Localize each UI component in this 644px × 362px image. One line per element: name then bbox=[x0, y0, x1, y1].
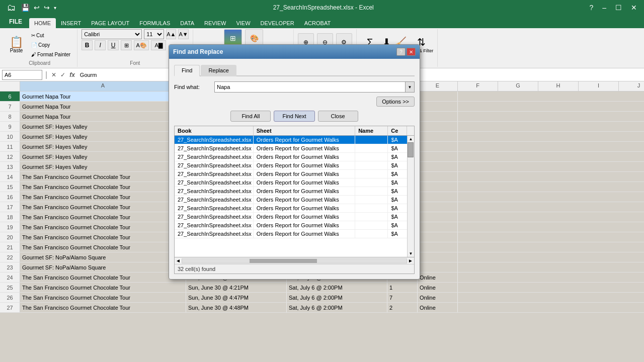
h-scroll-right-arrow[interactable]: ► bbox=[408, 258, 413, 263]
result-sheet: Orders Report for Gourmet Walks bbox=[254, 136, 355, 144]
result-cell: $A bbox=[388, 153, 407, 161]
results-horizontal-scrollbar[interactable]: ◄ ► bbox=[175, 257, 414, 264]
h-scroll-left-arrow[interactable]: ◄ bbox=[176, 258, 181, 263]
result-cell: $A bbox=[388, 204, 407, 212]
result-cell: $A bbox=[388, 187, 407, 195]
scroll-up-arrow[interactable]: ▲ bbox=[408, 136, 414, 142]
result-book: 27_SearchInSpreadsheet.xlsx bbox=[175, 136, 254, 144]
results-row[interactable]: 27_SearchInSpreadsheet.xlsxOrders Report… bbox=[175, 230, 407, 238]
h-scroll-track[interactable] bbox=[182, 258, 407, 263]
results-row[interactable]: 27_SearchInSpreadsheet.xlsxOrders Report… bbox=[175, 161, 407, 170]
result-name bbox=[355, 178, 388, 187]
result-book: 27_SearchInSpreadsheet.xlsx bbox=[175, 178, 254, 187]
results-header: Book Sheet Name Ce bbox=[175, 126, 414, 136]
results-count: 32 cell(s) found bbox=[178, 266, 215, 272]
h-scroll-thumb bbox=[250, 259, 317, 263]
result-name bbox=[355, 196, 388, 204]
results-body[interactable]: 27_SearchInSpreadsheet.xlsxOrders Report… bbox=[175, 136, 407, 257]
result-book: 27_SearchInSpreadsheet.xlsx bbox=[175, 170, 254, 178]
results-col-book[interactable]: Book bbox=[175, 126, 254, 135]
result-cell: $A bbox=[388, 136, 407, 144]
find-all-button[interactable]: Find All bbox=[230, 111, 271, 122]
results-col-cell[interactable]: Ce bbox=[388, 126, 407, 135]
results-wrapper: Book Sheet Name Ce 27_SearchInSpreadshee… bbox=[174, 126, 415, 274]
options-button[interactable]: Options >> bbox=[376, 97, 415, 107]
result-name bbox=[355, 170, 388, 178]
result-name bbox=[355, 230, 388, 238]
result-sheet: Orders Report for Gourmet Walks bbox=[254, 204, 355, 212]
results-status-bar: 32 cell(s) found bbox=[175, 264, 414, 274]
find-next-button[interactable]: Find Next bbox=[274, 111, 314, 122]
result-sheet: Orders Report for Gourmet Walks bbox=[254, 161, 355, 169]
dialog-title: Find and Replace bbox=[173, 48, 223, 55]
result-cell: $A bbox=[388, 213, 407, 221]
result-name bbox=[355, 144, 388, 152]
result-book: 27_SearchInSpreadsheet.xlsx bbox=[175, 187, 254, 195]
results-row[interactable]: 27_SearchInSpreadsheet.xlsxOrders Report… bbox=[175, 170, 407, 178]
dialog-overlay: Find and Replace ? ✕ Find Replace Find w… bbox=[0, 0, 644, 362]
result-sheet: Orders Report for Gourmet Walks bbox=[254, 144, 355, 152]
dialog-body: Find Replace Find what: ▼ Options >> Fin… bbox=[169, 59, 420, 279]
results-row[interactable]: 27_SearchInSpreadsheet.xlsxOrders Report… bbox=[175, 144, 407, 153]
result-cell: $A bbox=[388, 196, 407, 204]
result-sheet: Orders Report for Gourmet Walks bbox=[254, 170, 355, 178]
results-col-name[interactable]: Name bbox=[355, 126, 388, 135]
find-row: Find what: ▼ bbox=[174, 81, 415, 93]
dialog-tab-replace[interactable]: Replace bbox=[201, 65, 236, 76]
results-row[interactable]: 27_SearchInSpreadsheet.xlsxOrders Report… bbox=[175, 213, 407, 221]
results-row[interactable]: 27_SearchInSpreadsheet.xlsxOrders Report… bbox=[175, 187, 407, 196]
result-name bbox=[355, 161, 388, 169]
action-buttons: Find All Find Next Close bbox=[174, 111, 415, 122]
result-book: 27_SearchInSpreadsheet.xlsx bbox=[175, 213, 254, 221]
find-input-wrapper: ▼ bbox=[214, 81, 415, 93]
result-cell: $A bbox=[388, 221, 407, 229]
find-label: Find what: bbox=[174, 84, 214, 90]
result-book: 27_SearchInSpreadsheet.xlsx bbox=[175, 144, 254, 152]
result-book: 27_SearchInSpreadsheet.xlsx bbox=[175, 153, 254, 161]
result-book: 27_SearchInSpreadsheet.xlsx bbox=[175, 196, 254, 204]
options-row: Options >> bbox=[174, 97, 415, 107]
result-name bbox=[355, 153, 388, 161]
result-sheet: Orders Report for Gourmet Walks bbox=[254, 153, 355, 161]
results-row[interactable]: 27_SearchInSpreadsheet.xlsxOrders Report… bbox=[175, 153, 407, 161]
close-dialog-button[interactable]: Close bbox=[318, 111, 358, 122]
result-name bbox=[355, 221, 388, 229]
results-row[interactable]: 27_SearchInSpreadsheet.xlsxOrders Report… bbox=[175, 204, 407, 213]
result-cell: $A bbox=[388, 144, 407, 152]
result-sheet: Orders Report for Gourmet Walks bbox=[254, 178, 355, 187]
dialog-controls: ? ✕ bbox=[396, 48, 416, 56]
result-sheet: Orders Report for Gourmet Walks bbox=[254, 213, 355, 221]
find-dropdown-btn[interactable]: ▼ bbox=[405, 82, 414, 92]
result-name bbox=[355, 187, 388, 195]
dialog-close-btn[interactable]: ✕ bbox=[407, 48, 416, 56]
scroll-track[interactable] bbox=[408, 142, 415, 250]
find-input[interactable] bbox=[215, 82, 405, 92]
results-scrollbar[interactable]: ▲ ▼ bbox=[407, 136, 414, 257]
scroll-thumb[interactable] bbox=[408, 142, 414, 157]
result-sheet: Orders Report for Gourmet Walks bbox=[254, 221, 355, 229]
result-name bbox=[355, 136, 388, 144]
result-cell: $A bbox=[388, 170, 407, 178]
results-row[interactable]: 27_SearchInSpreadsheet.xlsxOrders Report… bbox=[175, 221, 407, 230]
scroll-down-arrow[interactable]: ▼ bbox=[408, 250, 414, 257]
result-cell: $A bbox=[388, 230, 407, 238]
results-main: 27_SearchInSpreadsheet.xlsxOrders Report… bbox=[175, 136, 414, 257]
result-sheet: Orders Report for Gourmet Walks bbox=[254, 230, 355, 238]
results-col-sheet[interactable]: Sheet bbox=[254, 126, 355, 135]
result-cell: $A bbox=[388, 178, 407, 187]
results-row[interactable]: 27_SearchInSpreadsheet.xlsxOrders Report… bbox=[175, 136, 407, 144]
result-book: 27_SearchInSpreadsheet.xlsx bbox=[175, 161, 254, 169]
result-sheet: Orders Report for Gourmet Walks bbox=[254, 187, 355, 195]
results-row[interactable]: 27_SearchInSpreadsheet.xlsxOrders Report… bbox=[175, 196, 407, 204]
dialog-tabs: Find Replace bbox=[174, 64, 415, 76]
dialog-tab-find[interactable]: Find bbox=[174, 65, 200, 76]
result-sheet: Orders Report for Gourmet Walks bbox=[254, 196, 355, 204]
results-row[interactable]: 27_SearchInSpreadsheet.xlsxOrders Report… bbox=[175, 178, 407, 187]
result-book: 27_SearchInSpreadsheet.xlsx bbox=[175, 230, 254, 238]
dialog-help-btn[interactable]: ? bbox=[396, 48, 406, 56]
result-cell: $A bbox=[388, 161, 407, 169]
result-name bbox=[355, 213, 388, 221]
result-book: 27_SearchInSpreadsheet.xlsx bbox=[175, 204, 254, 212]
find-replace-dialog: Find and Replace ? ✕ Find Replace Find w… bbox=[169, 44, 420, 280]
dialog-titlebar: Find and Replace ? ✕ bbox=[169, 45, 420, 59]
